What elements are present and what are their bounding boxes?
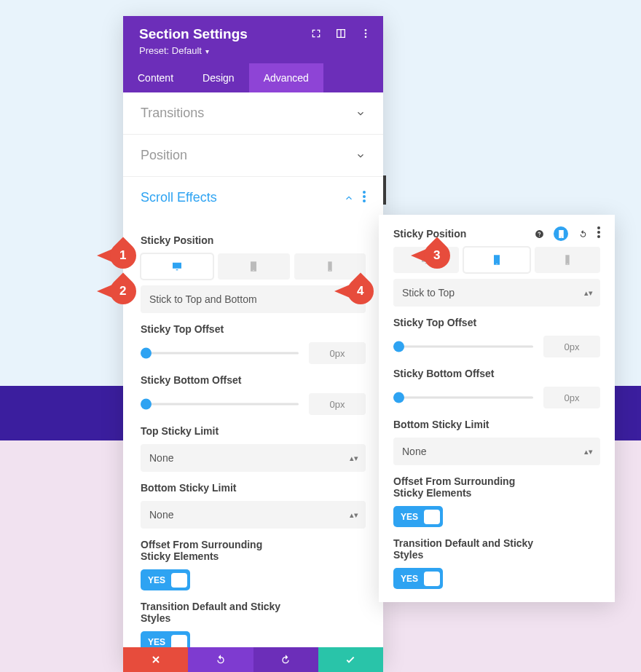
- transition-styles-label: Transition Default and Sticky Styles: [141, 601, 301, 624]
- sticky-position-label: Sticky Position: [141, 234, 366, 246]
- help-icon[interactable]: [532, 226, 546, 241]
- svg-point-5: [363, 199, 366, 202]
- toggle-yes-label: YES: [141, 575, 171, 585]
- transition-styles-label-2: Transition Default and Sticky Styles: [393, 537, 554, 561]
- sticky-bottom-offset-label: Sticky Bottom Offset: [141, 374, 366, 386]
- chevron-up-icon: [344, 193, 354, 203]
- sticky-bottom-offset-slider[interactable]: [141, 397, 299, 411]
- toggle-knob: [424, 510, 440, 524]
- sticky-bottom-offset-slider-2[interactable]: [393, 390, 533, 405]
- bottom-sticky-limit-select[interactable]: None ▴▾: [141, 501, 366, 529]
- tab-content[interactable]: Content: [123, 63, 188, 92]
- sticky-bottom-offset-value-2[interactable]: 0px: [543, 387, 600, 408]
- select-caret-icon: ▴▾: [584, 290, 593, 295]
- top-sticky-limit-label: Top Sticky Limit: [141, 425, 366, 437]
- device-phone-button[interactable]: [294, 253, 366, 280]
- device-desktop-button-2[interactable]: [393, 247, 459, 273]
- tab-advanced[interactable]: Advanced: [249, 63, 323, 92]
- settings-panel-tablet: Sticky Position Stick to Top ▴▾ Sticky T…: [379, 215, 615, 602]
- section-position-label: Position: [141, 148, 187, 163]
- device-tablet-button[interactable]: [218, 253, 289, 280]
- scrollbar-mark: [383, 175, 386, 205]
- select-caret-icon: ▴▾: [350, 513, 358, 517]
- sticky-position-label-2: Sticky Position: [393, 228, 466, 240]
- top-sticky-limit-value: None: [149, 452, 173, 464]
- responsive-icon[interactable]: [554, 226, 568, 241]
- caret-down-icon: ▾: [203, 47, 209, 55]
- select-caret-icon: ▴▾: [584, 449, 593, 454]
- settings-panel: Section Settings Preset: Default ▾ Conte…: [123, 16, 383, 664]
- preset-dropdown[interactable]: Preset: Default ▾: [139, 45, 367, 56]
- section-scroll-effects-label: Scroll Effects: [141, 190, 217, 205]
- chevron-down-icon: [355, 108, 366, 119]
- toggle-yes-label: YES: [393, 512, 424, 522]
- sticky-top-offset-value-2[interactable]: 0px: [543, 336, 600, 357]
- panel-tabs: Content Design Advanced: [123, 63, 383, 92]
- svg-point-7: [597, 231, 600, 234]
- preset-label: Preset: Default: [139, 45, 202, 56]
- svg-point-8: [597, 235, 600, 238]
- offset-surround-label: Offset From Surrounding Sticky Elements: [141, 539, 286, 562]
- svg-point-0: [365, 29, 367, 31]
- device-phone-button-2[interactable]: [535, 247, 600, 273]
- sticky-top-offset-value[interactable]: 0px: [309, 342, 366, 364]
- scroll-effects-content: Sticky Position Stick to Top and Bottom …: [123, 218, 383, 664]
- undo-button[interactable]: [188, 647, 253, 672]
- svg-point-6: [597, 226, 600, 229]
- panel-header: Section Settings Preset: Default ▾: [123, 16, 383, 63]
- device-tablet-button-2[interactable]: [463, 247, 530, 273]
- more-icon[interactable]: [597, 226, 600, 241]
- device-selector-2: [393, 247, 600, 273]
- section-position[interactable]: Position: [123, 135, 383, 177]
- toggle-knob: [424, 572, 440, 586]
- sticky-position-value: Stick to Top and Bottom: [149, 293, 257, 305]
- bottom-sticky-limit-label-2: Bottom Sticky Limit: [393, 419, 600, 430]
- footer-actions: [123, 647, 383, 672]
- reset-icon[interactable]: [575, 226, 590, 241]
- expand-icon[interactable]: [310, 28, 322, 42]
- select-caret-icon: ▴▾: [350, 456, 358, 460]
- toggle-yes-label: YES: [141, 637, 171, 647]
- tab-design[interactable]: Design: [188, 63, 249, 92]
- sticky-bottom-offset-label-2: Sticky Bottom Offset: [393, 368, 600, 379]
- columns-icon[interactable]: [335, 28, 347, 42]
- offset-surround-label-2: Offset From Surrounding Sticky Elements: [393, 475, 539, 499]
- toggle-yes-label: YES: [393, 574, 424, 584]
- sticky-bottom-offset-value[interactable]: 0px: [309, 393, 366, 415]
- sticky-top-offset-slider[interactable]: [141, 346, 299, 360]
- toggle-knob: [171, 573, 187, 588]
- confirm-button[interactable]: [318, 647, 383, 672]
- cancel-button[interactable]: [123, 647, 188, 672]
- top-sticky-limit-select[interactable]: None ▴▾: [141, 444, 366, 472]
- bottom-sticky-limit-value-2: None: [402, 446, 426, 457]
- chevron-down-icon: [355, 151, 366, 161]
- bottom-sticky-limit-value: None: [149, 509, 173, 521]
- bottom-sticky-limit-select-2[interactable]: None ▴▾: [393, 438, 600, 465]
- offset-surround-toggle[interactable]: YES: [141, 569, 190, 590]
- svg-point-2: [365, 36, 367, 38]
- sticky-position-value-2: Stick to Top: [402, 287, 455, 299]
- device-desktop-button[interactable]: [141, 253, 213, 280]
- sticky-position-select-2[interactable]: Stick to Top ▴▾: [393, 279, 600, 307]
- transition-styles-toggle-2[interactable]: YES: [393, 568, 443, 589]
- section-scroll-effects[interactable]: Scroll Effects: [123, 177, 383, 218]
- section-transitions-label: Transitions: [141, 106, 204, 121]
- sticky-top-offset-slider-2[interactable]: [393, 339, 533, 354]
- svg-point-3: [363, 191, 366, 194]
- more-icon[interactable]: [360, 28, 371, 42]
- bottom-sticky-limit-label: Bottom Sticky Limit: [141, 482, 366, 494]
- sticky-top-offset-label-2: Sticky Top Offset: [393, 317, 600, 328]
- device-selector: [141, 253, 366, 280]
- sticky-top-offset-label: Sticky Top Offset: [141, 323, 366, 335]
- svg-point-4: [363, 195, 366, 198]
- sticky-position-select[interactable]: Stick to Top and Bottom: [141, 285, 366, 313]
- redo-button[interactable]: [253, 647, 318, 672]
- section-transitions[interactable]: Transitions: [123, 92, 383, 135]
- offset-surround-toggle-2[interactable]: YES: [393, 506, 443, 527]
- section-more-icon[interactable]: [363, 191, 366, 205]
- svg-point-1: [365, 33, 367, 35]
